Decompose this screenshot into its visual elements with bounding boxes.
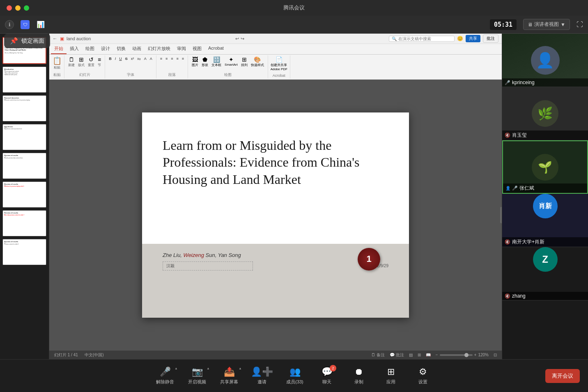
font-group-label: 字体 xyxy=(127,72,134,78)
mic-on-icon: 🎤 xyxy=(505,80,510,85)
slide-title-section: Learn from or Misguided by the Professio… xyxy=(142,112,409,201)
minimize-button[interactable] xyxy=(15,5,21,11)
slide-num-3: 3 xyxy=(4,96,6,101)
tab-transition[interactable]: 切换 xyxy=(113,44,129,54)
slide-thumb-8[interactable]: Preview of results Preview content for s… xyxy=(2,239,46,265)
fullscreen-button[interactable]: ⛶ xyxy=(577,21,583,28)
ribbon-content: 📋 粘贴 粘贴 🗒 新建 ⊞ 版式 xyxy=(49,55,502,79)
create-pdf-button[interactable]: 📄 创建并共享Adobe PDF xyxy=(271,56,287,71)
toolbar-undo[interactable]: ↩ xyxy=(235,36,239,41)
line-spacing[interactable]: ≡ xyxy=(181,56,185,61)
comments-toggle[interactable]: 💬 批注 xyxy=(390,352,404,358)
xiaoxin-avatar-text: 肖新 xyxy=(539,202,552,211)
video-expand-icon[interactable]: ▲ xyxy=(207,367,210,370)
smartart-button[interactable]: ✦ SmartArt xyxy=(223,56,239,67)
emoji-icon[interactable]: 😊 xyxy=(457,36,463,41)
notes-toggle[interactable]: 🗒 备注 xyxy=(371,352,385,358)
leave-meeting-button[interactable]: 离开会议 xyxy=(545,369,580,383)
layout-button[interactable]: ⊞ 版式 xyxy=(77,56,86,67)
mute-expand-icon[interactable]: ▲ xyxy=(175,367,178,370)
textbox-button[interactable]: 🔡 文本框 xyxy=(210,56,223,67)
view-normal[interactable]: ▤ xyxy=(409,353,413,357)
new-slide-button[interactable]: 🗒 新建 xyxy=(67,56,76,67)
lock-overlay: 📌 锁定画面 xyxy=(4,34,50,48)
tab-insert[interactable]: 插入 xyxy=(67,44,82,54)
right-panel: 👤 🎤 kprinceing 🌿 🔇 肖玉玺 xyxy=(502,34,588,359)
italic-button[interactable]: I xyxy=(114,56,117,61)
settings-button[interactable]: ⚙ 设置 xyxy=(413,367,433,385)
slide-thumb-7[interactable]: Preview of results More data preview con… xyxy=(2,210,46,236)
strikethrough-button[interactable]: S xyxy=(124,56,129,61)
align-center[interactable]: ≡ xyxy=(164,56,169,61)
arrange-button[interactable]: ⊞ 排列 xyxy=(240,56,249,67)
section-button[interactable]: ≡ 节 xyxy=(96,56,102,67)
video-label: 开启视频 xyxy=(188,379,206,385)
align-justify[interactable]: ≡ xyxy=(175,56,180,61)
share-screen-button[interactable]: 📤 共享屏幕 ▲ xyxy=(219,367,239,385)
apps-button[interactable]: ⊞ 应用 xyxy=(381,367,401,385)
video-button[interactable]: 📷 开启视频 ▲ xyxy=(187,367,207,385)
mute-button[interactable]: 🎤 解除静音 ▲ xyxy=(155,367,175,385)
align-right[interactable]: ≡ xyxy=(170,56,174,61)
share-expand-icon[interactable]: ▲ xyxy=(239,367,242,370)
align-left[interactable]: ≡ xyxy=(159,56,163,61)
ribbon-tabs: 开始 插入 绘图 设计 切换 动画 幻灯片放映 审阅 视图 Acrobat xyxy=(49,44,502,55)
zoom-slider[interactable] xyxy=(440,354,473,356)
zoom-in-button[interactable]: + xyxy=(474,353,477,357)
toolbar-redo[interactable]: ↪ xyxy=(241,36,244,41)
members-button[interactable]: 👥 成员(33) xyxy=(285,367,305,385)
view-grid[interactable]: ⊞ xyxy=(418,353,421,357)
chat-button[interactable]: 💬 2 聊天 xyxy=(317,367,337,385)
tab-acrobat[interactable]: Acrobat xyxy=(205,44,227,54)
tab-review[interactable]: 审阅 xyxy=(174,44,189,54)
view-reading[interactable]: 📖 xyxy=(426,353,431,357)
slide-thumb-2[interactable]: Introduction • Lorem ipsum text content•… xyxy=(2,66,46,93)
shield-icon[interactable]: 🛡 xyxy=(21,20,30,29)
paragraph-group: ≡ ≡ ≡ ≡ ≡ 段落 xyxy=(156,55,188,78)
bold-button[interactable]: B xyxy=(108,56,113,61)
tab-draw[interactable]: 绘图 xyxy=(82,44,98,54)
superscript-button[interactable]: x² xyxy=(130,56,136,61)
slides-panel[interactable]: Learn from or Misguided by the Professio… xyxy=(0,34,49,359)
maximize-button[interactable] xyxy=(24,5,29,11)
picture-button[interactable]: 🖼 图片 xyxy=(191,56,200,67)
settings-label: 设置 xyxy=(418,379,427,385)
slide-thumb-4[interactable]: Hypothesis Hypothesis content preview he… xyxy=(2,124,46,150)
tab-view[interactable]: 视图 xyxy=(189,44,205,54)
underline-button[interactable]: U xyxy=(118,56,123,61)
quick-styles-button[interactable]: 🎨 快速样式 xyxy=(250,56,265,67)
members-label: 成员(33) xyxy=(286,379,303,385)
ppt-file-icon: ▣ xyxy=(60,36,64,41)
share-button[interactable]: 共享 xyxy=(466,35,480,42)
paste-button[interactable]: 📋 粘贴 xyxy=(53,56,62,70)
font-color-button[interactable]: A xyxy=(143,56,148,61)
info-icon[interactable]: ℹ xyxy=(5,20,14,29)
ppt-back-arrow[interactable]: ← xyxy=(53,36,57,41)
close-button[interactable] xyxy=(7,5,12,11)
chart-icon[interactable]: 📊 xyxy=(36,20,45,29)
slide-preview-8: Preview of results Preview content for s… xyxy=(3,239,46,265)
fit-window-button[interactable]: ⊡ xyxy=(494,353,497,357)
slide-thumb-6[interactable]: Preview of results Data lines for previe… xyxy=(2,181,46,208)
subscript-button[interactable]: x₂ xyxy=(136,56,142,61)
slide-thumb-5[interactable]: Preview of results Results preview data … xyxy=(2,153,46,179)
presenter-view-button[interactable]: 🖥 演讲者视图 ▼ xyxy=(523,19,570,30)
next-slide-button[interactable]: › xyxy=(500,207,502,223)
tab-slideshow[interactable]: 幻灯片放映 xyxy=(145,44,174,54)
tab-start[interactable]: 开始 xyxy=(51,44,67,54)
reset-button[interactable]: ↺ 重置 xyxy=(87,56,96,67)
ppt-filename: land auction xyxy=(67,36,91,41)
slide-main[interactable]: Learn from or Misguided by the Professio… xyxy=(142,112,409,318)
invite-button[interactable]: 👤➕ 邀请 xyxy=(251,367,273,385)
tab-animation[interactable]: 动画 xyxy=(129,44,145,54)
font-size-button[interactable]: A xyxy=(149,56,154,61)
tab-design[interactable]: 设计 xyxy=(98,44,113,54)
ppt-search-input[interactable] xyxy=(398,37,452,41)
shape-button[interactable]: ⬟ 形状 xyxy=(200,56,209,67)
slide-title: Learn from or Misguided by the Professio… xyxy=(163,137,388,188)
record-button[interactable]: ⏺ 录制 xyxy=(349,367,369,385)
slide-preview-4: Hypothesis Hypothesis content preview he… xyxy=(3,124,46,150)
annotate-button[interactable]: 批注 xyxy=(483,34,498,43)
slide-thumb-3[interactable]: Research Question Research content lines… xyxy=(2,95,46,121)
zoom-out-button[interactable]: − xyxy=(436,353,438,357)
